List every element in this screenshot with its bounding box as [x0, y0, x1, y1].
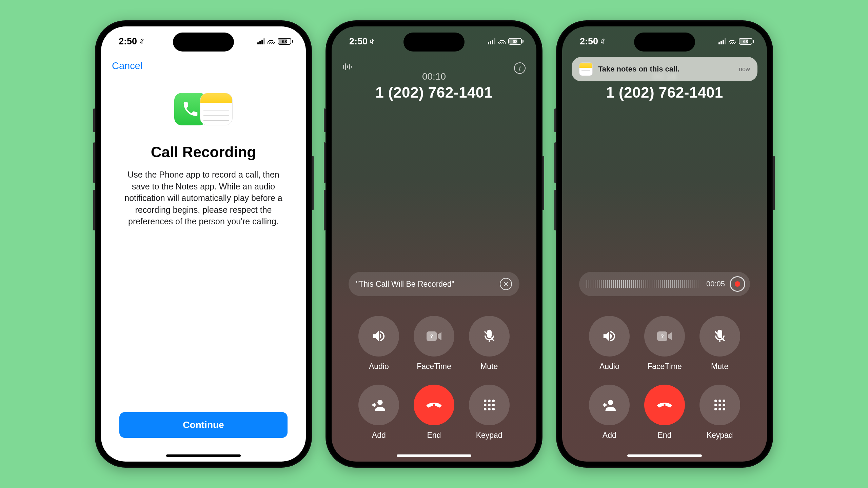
end-label: End: [658, 431, 672, 440]
svg-point-9: [377, 400, 382, 405]
signal-icon: [257, 38, 265, 44]
battery-icon: 68: [278, 38, 293, 45]
description-text: Use the Phone app to record a call, then…: [121, 169, 285, 227]
silent-mode-icon: [600, 38, 606, 44]
svg-point-24: [714, 400, 717, 402]
recording-indicator: 00:05: [579, 272, 750, 296]
dynamic-island: [403, 33, 465, 52]
close-banner-button[interactable]: [500, 278, 512, 290]
add-label: Add: [603, 431, 616, 440]
battery-level: 68: [743, 39, 748, 44]
svg-point-13: [492, 400, 495, 402]
svg-point-27: [714, 404, 717, 406]
battery-level: 68: [282, 39, 287, 44]
signal-icon: [488, 38, 495, 44]
add-button[interactable]: Add: [358, 385, 399, 440]
svg-point-11: [484, 400, 487, 402]
add-label: Add: [372, 431, 386, 440]
battery-level: 68: [513, 39, 517, 44]
end-button[interactable]: End: [414, 385, 454, 440]
cancel-button[interactable]: Cancel: [112, 60, 142, 72]
mute-label: Mute: [480, 362, 498, 371]
page-title: Call Recording: [101, 144, 306, 161]
call-timer: 00:10: [332, 71, 536, 82]
svg-point-28: [718, 404, 721, 406]
silent-mode-icon: [370, 38, 376, 44]
phone-1: 2:50 68 Cancel Call Recording Use the: [95, 20, 312, 468]
svg-point-32: [723, 408, 725, 410]
mute-button[interactable]: Mute: [469, 316, 510, 371]
call-controls: Audio ? FaceTime Mute Add End Keypad: [332, 316, 536, 440]
end-button[interactable]: End: [644, 385, 685, 440]
continue-button[interactable]: Continue: [119, 412, 288, 438]
home-indicator[interactable]: [627, 454, 702, 457]
svg-text:?: ?: [430, 333, 433, 339]
dynamic-island: [634, 33, 695, 52]
home-indicator[interactable]: [397, 454, 471, 457]
wifi-icon: [498, 39, 506, 44]
add-button[interactable]: Add: [589, 385, 630, 440]
waveform-icon[interactable]: [342, 62, 355, 71]
home-indicator[interactable]: [166, 454, 241, 457]
mute-button[interactable]: Mute: [699, 316, 740, 371]
dynamic-island: [173, 33, 234, 52]
audio-label: Audio: [599, 362, 619, 371]
notes-icon: [579, 62, 593, 76]
phone-2: 2:50 68 i 00:10 1 (202) 762-1401 "This C…: [326, 20, 542, 468]
svg-point-18: [488, 408, 491, 410]
svg-text:?: ?: [660, 333, 664, 339]
svg-point-15: [488, 404, 491, 406]
status-time: 2:50: [349, 36, 368, 47]
facetime-label: FaceTime: [417, 362, 451, 371]
mute-label: Mute: [711, 362, 728, 371]
svg-point-17: [484, 408, 487, 410]
phone-number: 1 (202) 762-1401: [562, 84, 767, 101]
keypad-label: Keypad: [476, 431, 502, 440]
svg-point-16: [492, 404, 495, 406]
svg-point-14: [484, 404, 487, 406]
phone-3: 2:50 68 Take notes on this call. now 00:…: [556, 20, 773, 468]
stop-recording-button[interactable]: [730, 276, 745, 292]
keypad-button[interactable]: Keypad: [469, 385, 510, 440]
facetime-label: FaceTime: [647, 362, 682, 371]
info-icon[interactable]: i: [514, 62, 526, 74]
audio-button[interactable]: Audio: [589, 316, 630, 371]
svg-point-25: [718, 400, 721, 402]
recording-timer: 00:05: [706, 280, 725, 288]
hero-icons: [101, 91, 306, 128]
notes-app-icon: [200, 93, 233, 125]
banner-text: "This Call Will Be Recorded": [356, 280, 500, 289]
battery-icon: 68: [508, 38, 524, 45]
keypad-label: Keypad: [707, 431, 733, 440]
waveform-display: [587, 280, 702, 288]
notification-time: now: [739, 66, 750, 73]
signal-icon: [718, 38, 726, 44]
facetime-button[interactable]: ? FaceTime: [644, 316, 685, 371]
audio-button[interactable]: Audio: [358, 316, 399, 371]
wifi-icon: [729, 39, 736, 44]
svg-point-29: [723, 404, 725, 406]
svg-point-22: [608, 400, 613, 405]
battery-icon: 68: [739, 38, 754, 45]
facetime-button[interactable]: ? FaceTime: [414, 316, 454, 371]
svg-point-12: [488, 400, 491, 402]
svg-point-30: [714, 408, 717, 410]
phone-number: 1 (202) 762-1401: [332, 84, 536, 101]
keypad-button[interactable]: Keypad: [699, 385, 740, 440]
silent-mode-icon: [139, 38, 145, 44]
svg-point-31: [718, 408, 721, 410]
wifi-icon: [268, 39, 275, 44]
audio-label: Audio: [369, 362, 389, 371]
notification-banner[interactable]: Take notes on this call. now: [572, 57, 757, 81]
notification-text: Take notes on this call.: [598, 65, 733, 74]
svg-point-19: [492, 408, 495, 410]
call-controls: Audio ? FaceTime Mute Add End Keypad: [562, 316, 767, 440]
recording-banner: "This Call Will Be Recorded": [349, 272, 519, 296]
end-label: End: [427, 431, 441, 440]
status-time: 2:50: [119, 36, 137, 47]
status-time: 2:50: [580, 36, 598, 47]
svg-point-26: [723, 400, 725, 402]
